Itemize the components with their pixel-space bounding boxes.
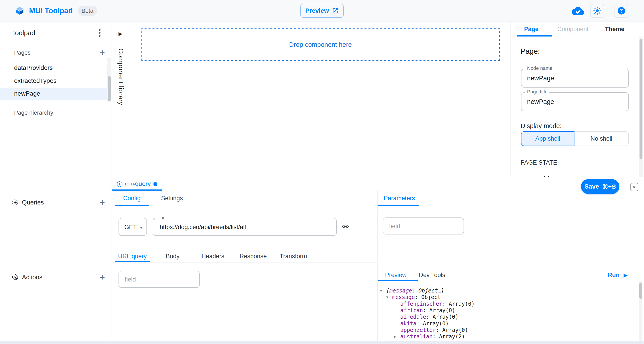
queries-section-label: Queries xyxy=(22,199,44,206)
json-tree-row[interactable]: ▼{message: Object…} xyxy=(380,288,444,294)
save-button[interactable]: Save ⌘+S xyxy=(581,179,620,194)
external-link-icon xyxy=(332,8,339,14)
run-play-icon: ▶ xyxy=(624,272,628,278)
inspector-heading: Page: xyxy=(520,47,540,56)
component-library-label: Component library xyxy=(117,48,124,105)
tab-page[interactable]: Page xyxy=(524,26,539,33)
tab-theme[interactable]: Theme xyxy=(605,26,624,33)
drop-zone[interactable]: Drop component here xyxy=(141,29,500,61)
add-query-icon[interactable]: + xyxy=(100,198,105,207)
queries-icon xyxy=(12,199,19,206)
app-title: MUI Toolpad xyxy=(29,7,73,15)
actions-icon xyxy=(12,274,19,281)
cloud-sync-status-icon xyxy=(572,6,584,17)
inspector-panel: Page Component Theme Page: Node name Pag… xyxy=(510,22,644,177)
tab-parameters[interactable]: Parameters xyxy=(384,195,415,202)
tab-component[interactable]: Component xyxy=(557,26,588,33)
tab-body[interactable]: Body xyxy=(166,253,180,260)
sidebar-item-newPage[interactable]: newPage xyxy=(14,90,40,97)
json-tree-row[interactable]: appenzeller: Array(0) xyxy=(400,327,468,333)
display-mode-no-shell-button[interactable]: No shell xyxy=(574,131,629,146)
preview-button-label: Preview xyxy=(305,7,329,14)
tab-dev-tools[interactable]: Dev Tools xyxy=(419,272,445,279)
component-library-panel[interactable]: ▶ Component library xyxy=(112,22,130,177)
sidebar-item-extractedTypes[interactable]: extractedTypes xyxy=(14,77,56,84)
project-name: toolpad xyxy=(13,29,35,37)
mui-toolpad-app: MUI Toolpad Beta Preview xyxy=(0,0,644,344)
add-action-icon[interactable]: + xyxy=(100,273,105,282)
page-title-input[interactable] xyxy=(527,98,623,105)
app-shell-label: App shell xyxy=(535,135,560,142)
http-query-icon xyxy=(116,181,123,188)
preview-button[interactable]: Preview xyxy=(300,4,344,18)
display-mode-label: Display mode: xyxy=(520,122,562,130)
svg-text:?: ? xyxy=(620,8,623,14)
add-page-icon[interactable]: + xyxy=(100,48,105,57)
tab-url-query[interactable]: URL query xyxy=(118,253,147,260)
query-param-input[interactable] xyxy=(125,276,194,283)
json-tree-row[interactable]: airedale: Array(0) xyxy=(400,314,458,320)
tab-transform[interactable]: Transform xyxy=(280,253,307,260)
theme-toggle-button[interactable] xyxy=(590,4,604,18)
pages-scrollbar-thumb[interactable] xyxy=(108,76,111,101)
query-tab-name: query xyxy=(135,180,151,188)
beta-badge: Beta xyxy=(78,6,97,16)
tab-response[interactable]: Response xyxy=(240,253,267,260)
app-header: MUI Toolpad Beta Preview xyxy=(0,0,644,22)
page-canvas: Drop component here xyxy=(130,22,510,177)
tab-preview[interactable]: Preview xyxy=(385,272,406,279)
explorer-sidebar: toolpad Pages + dataProviders extractedT… xyxy=(0,22,112,341)
dropdown-arrow-icon: ▼ xyxy=(140,226,143,230)
page-state-label: PAGE STATE: xyxy=(520,159,559,166)
json-tree-row[interactable]: ▶australian: Array(2) xyxy=(394,333,465,340)
run-button[interactable]: Run ▶ xyxy=(608,272,628,279)
parameter-input[interactable] xyxy=(389,222,458,230)
json-tree-row[interactable]: african: Array(0) xyxy=(400,307,455,313)
method-value: GET xyxy=(124,224,137,231)
tree-expand-icon[interactable]: ▼ xyxy=(386,295,392,299)
tree-expand-icon[interactable]: ▶ xyxy=(394,334,400,339)
unsaved-changes-dot xyxy=(154,182,158,186)
url-input[interactable] xyxy=(160,223,332,231)
window-bottom-strip xyxy=(0,341,644,344)
save-button-label: Save xyxy=(584,183,599,190)
inspector-scrollbar-thumb[interactable] xyxy=(640,39,642,159)
url-field-label: url xyxy=(159,215,167,220)
add-page-parameters-button[interactable]: + Add page parameters xyxy=(528,175,603,177)
add-page-parameters-label: Add page parameters xyxy=(537,175,603,177)
sidebar-item-dataProviders[interactable]: dataProviders xyxy=(14,64,53,71)
run-button-label: Run xyxy=(608,272,620,279)
tab-config[interactable]: Config xyxy=(123,195,141,202)
query-editor-panel: HTTP query Save ⌘+S × Config Settings GE… xyxy=(112,177,644,341)
mui-toolpad-logo-icon xyxy=(15,6,24,17)
close-icon: × xyxy=(632,184,636,190)
page-hierarchy-section[interactable]: Page hierarchy xyxy=(14,109,53,116)
close-panel-button[interactable]: × xyxy=(630,183,638,191)
pages-section-label: Pages xyxy=(14,49,31,56)
node-name-input[interactable] xyxy=(527,74,623,82)
page-tab-underline xyxy=(517,35,552,37)
display-mode-app-shell-button[interactable]: App shell xyxy=(521,131,574,146)
tab-headers[interactable]: Headers xyxy=(202,253,224,260)
help-button[interactable]: ? xyxy=(614,4,628,18)
expand-library-arrow-icon[interactable]: ▶ xyxy=(118,31,122,37)
json-tree-row[interactable]: affenpinscher: Array(0) xyxy=(400,301,474,307)
add-parameter-plus-icon: + xyxy=(528,175,532,177)
help-icon: ? xyxy=(617,6,626,15)
sun-icon xyxy=(593,7,602,15)
node-name-label: Node name xyxy=(525,66,554,71)
drop-zone-label: Drop component here xyxy=(289,41,352,48)
json-tree-row[interactable]: akita: Array(0) xyxy=(400,320,449,327)
tab-settings[interactable]: Settings xyxy=(161,195,183,202)
result-scrollbar-thumb[interactable] xyxy=(639,283,642,299)
kebab-menu-icon xyxy=(98,29,102,37)
tree-expand-icon[interactable]: ▼ xyxy=(380,289,386,293)
add-binding-icon[interactable] xyxy=(342,223,349,230)
query-tab[interactable]: HTTP query xyxy=(112,177,162,191)
json-tree-row[interactable]: ▼message: Object xyxy=(386,294,441,300)
method-select[interactable]: GET ▼ xyxy=(118,218,147,236)
actions-section-label: Actions xyxy=(22,274,42,281)
query-tab-protocol: HTTP xyxy=(125,182,136,187)
page-title-label: Page title xyxy=(525,89,550,94)
project-menu-button[interactable] xyxy=(98,29,102,37)
